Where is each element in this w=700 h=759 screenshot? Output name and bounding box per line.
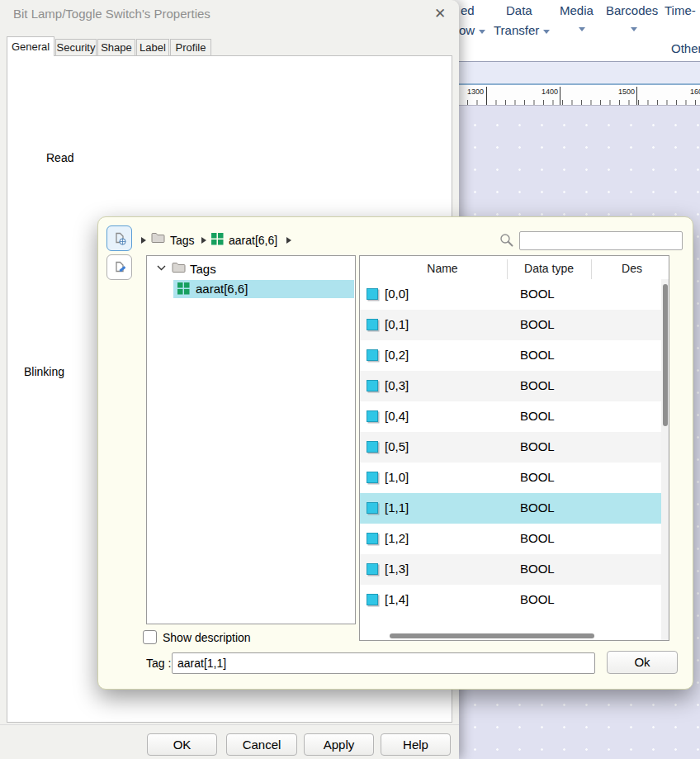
ribbon-item-barcodes[interactable]: Barcodes (606, 3, 658, 17)
cancel-button[interactable]: Cancel (226, 733, 297, 756)
bool-tag-icon (367, 441, 378, 453)
ribbon-group-other-label: Other (671, 41, 700, 55)
ruler-major-tick (560, 87, 560, 105)
table-row[interactable]: [0,3] BOOL (360, 371, 661, 401)
tab-shape[interactable]: Shape (97, 39, 135, 56)
ribbon-item-fragment-bottom[interactable]: ow (459, 23, 485, 37)
tag-globe-icon (112, 231, 127, 246)
tag-type-cell: BOOL (520, 439, 555, 453)
tab-security[interactable]: Security (55, 39, 97, 56)
table-row[interactable]: [0,2] BOOL (360, 340, 661, 371)
edit-tags-button[interactable] (106, 254, 132, 280)
blinking-group-title: Blinking (21, 365, 68, 378)
bool-tag-icon (367, 319, 378, 330)
tag-ok-button[interactable]: Ok (607, 651, 678, 674)
chevron-down-icon[interactable] (579, 27, 585, 31)
bool-tag-icon (367, 472, 378, 483)
tag-name-cell: [0,5] (385, 439, 409, 453)
tag-table-panel: Name Data type Des [0,0] BOOL [0,1] BOOL… (359, 255, 669, 641)
vertical-scrollbar[interactable] (661, 279, 669, 640)
ruler-major-tick (486, 87, 487, 105)
table-row[interactable]: [0,0] BOOL (360, 279, 661, 310)
vertical-scrollbar-thumb[interactable] (663, 284, 668, 426)
tag-type-cell: BOOL (520, 348, 555, 362)
tag-tree-panel: Tags aarat[6,6] (146, 255, 356, 624)
tab-label[interactable]: Label (136, 39, 169, 56)
browse-tags-button[interactable] (106, 225, 132, 251)
ribbon-item-fragment-top[interactable]: ed (461, 3, 475, 17)
ribbon-lower-band (459, 61, 700, 85)
column-divider (591, 259, 592, 279)
tab-general[interactable]: General (7, 36, 54, 56)
tag-type-cell: BOOL (520, 287, 555, 301)
tag-name-cell: [0,3] (385, 378, 409, 392)
table-row[interactable]: [1,0] BOOL (360, 463, 661, 493)
tag-name-cell: [0,0] (385, 287, 409, 301)
tag-type-cell: BOOL (520, 470, 555, 484)
tree-node-aarat[interactable]: aarat[6,6] (196, 282, 248, 296)
table-row[interactable]: [1,1] BOOL (360, 493, 661, 524)
tag-selection-dialog: Tags aarat[6,6] Tags aarat[6,6] (97, 216, 693, 690)
tag-type-cell: BOOL (520, 317, 555, 331)
ok-button[interactable]: OK (147, 733, 217, 756)
breadcrumb-tags[interactable]: Tags (170, 234, 195, 247)
table-row[interactable]: [1,2] BOOL (360, 524, 661, 554)
chevron-down-icon[interactable] (157, 265, 166, 271)
horizontal-ruler: 1300 1400 1500 160 (459, 87, 700, 106)
search-input[interactable] (519, 231, 683, 250)
ruler-mark: 1400 (542, 88, 558, 96)
tag-name-cell: [1,2] (385, 531, 409, 545)
bool-tag-icon (367, 563, 378, 575)
show-description-label[interactable]: Show description (163, 631, 251, 644)
table-row[interactable]: [0,5] BOOL (360, 432, 661, 463)
close-icon[interactable]: ✕ (428, 2, 452, 26)
breadcrumb-arrow-icon[interactable] (201, 237, 206, 244)
horizontal-scrollbar-thumb[interactable] (390, 633, 594, 638)
table-row[interactable]: [1,3] BOOL (360, 554, 661, 585)
tag-name-cell: [0,2] (385, 348, 409, 362)
ruler-major-tick (636, 87, 637, 105)
tag-type-cell: BOOL (520, 592, 555, 606)
column-divider (507, 259, 508, 279)
tag-pencil-icon (112, 260, 127, 275)
breadcrumb-aarat[interactable]: aarat[6,6] (229, 234, 277, 247)
tree-node-tags[interactable]: Tags (190, 262, 216, 276)
ribbon-item-time[interactable]: Time- (665, 3, 696, 17)
help-button[interactable]: Help (381, 733, 451, 756)
tag-name-cell: [0,1] (385, 317, 409, 331)
tag-type-cell: BOOL (520, 409, 555, 423)
column-header-name[interactable]: Name (393, 262, 492, 275)
bool-tag-icon (367, 410, 378, 422)
tag-array-icon (177, 282, 190, 295)
bool-tag-icon (367, 349, 378, 361)
tag-type-cell: BOOL (520, 500, 555, 515)
ribbon-item-transfer[interactable]: Transfer (494, 23, 550, 37)
dialog-title: Bit Lamp/Toggle Switch's Properties (13, 7, 210, 21)
tag-array-icon (211, 233, 224, 245)
breadcrumb-arrow-icon[interactable] (141, 237, 146, 244)
tag-type-cell: BOOL (520, 531, 555, 545)
table-row[interactable]: [0,1] BOOL (360, 310, 661, 340)
chevron-down-icon[interactable] (631, 27, 637, 31)
tag-type-cell: BOOL (520, 562, 555, 576)
apply-button[interactable]: Apply (304, 733, 374, 756)
column-header-description[interactable]: Des (596, 262, 654, 275)
table-row[interactable]: [1,4] BOOL (360, 585, 661, 615)
ribbon-item-data[interactable]: Data (506, 3, 532, 17)
bool-tag-icon (367, 533, 378, 544)
breadcrumb-arrow-icon[interactable] (286, 237, 291, 244)
ruler-mark: 160 (690, 88, 700, 96)
column-header-datatype[interactable]: Data type (507, 262, 591, 275)
tag-result-input[interactable] (172, 652, 595, 674)
tab-profile[interactable]: Profile (170, 39, 211, 56)
tag-name-cell: [1,3] (385, 562, 409, 576)
read-group-title: Read (43, 151, 77, 164)
tag-name-cell: [1,1] (385, 500, 409, 515)
folder-icon (172, 262, 186, 273)
folder-icon (151, 232, 165, 244)
bool-tag-icon (367, 502, 378, 514)
ribbon-item-media[interactable]: Media (560, 3, 594, 17)
table-row[interactable]: [0,4] BOOL (360, 401, 661, 432)
show-description-checkbox[interactable] (143, 630, 157, 644)
footer-divider (0, 724, 459, 725)
